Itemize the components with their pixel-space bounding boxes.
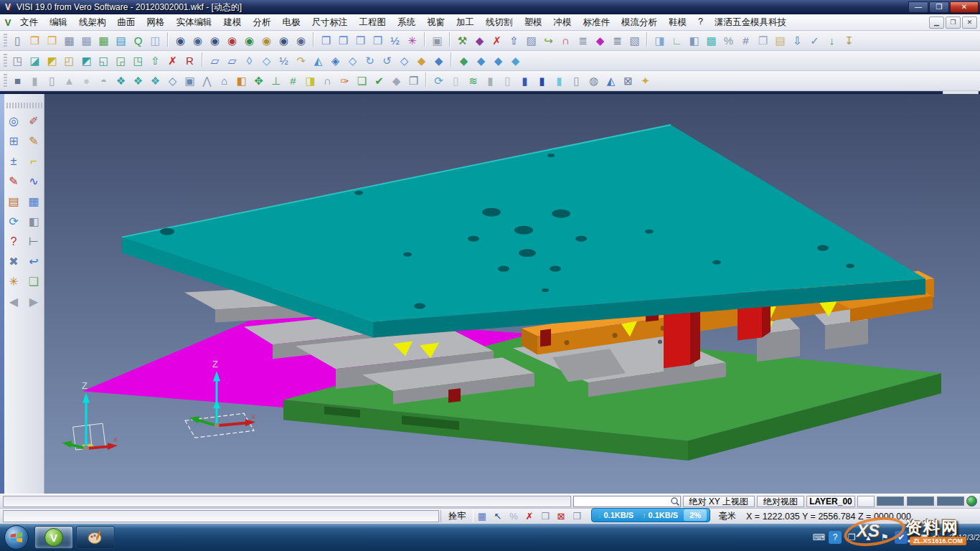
prim-cone[interactable]: ▲ <box>61 72 77 89</box>
mdi-close-button[interactable]: ✕ <box>962 17 977 29</box>
menu-item-2[interactable]: 线架构 <box>73 14 112 31</box>
grid-pane[interactable]: ▦ <box>25 192 43 210</box>
close-button[interactable]: ✕ <box>950 1 979 13</box>
percent-tool[interactable]: % <box>720 32 737 49</box>
toolbar-grip[interactable] <box>4 74 7 88</box>
menu-item-17[interactable]: 标准件 <box>578 14 616 31</box>
solid-delete[interactable]: ✗ <box>164 52 181 69</box>
face-sweep[interactable]: ↷ <box>293 52 309 69</box>
menu-item-4[interactable]: 网格 <box>141 14 171 31</box>
active-layer-button[interactable]: LAYER_00 <box>806 496 855 507</box>
save-as[interactable]: ▦ <box>78 32 95 49</box>
face-plane-1[interactable]: ▱ <box>207 52 223 69</box>
sketch-prism[interactable]: ⋀ <box>199 72 215 89</box>
menu-item-10[interactable]: 工程图 <box>354 14 392 31</box>
delete-entity[interactable]: ✗ <box>522 510 537 523</box>
menu-item-5[interactable]: 实体编辑 <box>171 14 218 31</box>
menu-item-19[interactable]: 鞋模 <box>663 14 692 31</box>
drop-cube-1[interactable]: ❖ <box>113 72 129 89</box>
zoom-select[interactable]: ◎ <box>5 112 23 130</box>
shaded-cube[interactable]: ◧ <box>25 212 43 230</box>
cyl-wire[interactable]: ◍ <box>585 72 602 89</box>
import-down[interactable]: ↓ <box>824 32 840 49</box>
face-cube[interactable]: ◆ <box>430 52 447 69</box>
cyl-short[interactable]: ▯ <box>499 72 516 89</box>
drop-cube-2[interactable]: ❖ <box>130 72 146 89</box>
save-all[interactable]: ▦ <box>95 32 112 49</box>
notes-pad[interactable]: ❑ <box>25 273 43 291</box>
sheet-stack-2[interactable]: ≣ <box>609 32 626 49</box>
taskbar-paint-button[interactable] <box>76 526 115 549</box>
solid-face-teal[interactable]: ◩ <box>78 52 95 69</box>
solid-bend[interactable]: ◰ <box>61 52 77 69</box>
box-orange-top[interactable]: ◧ <box>233 72 250 89</box>
frame-select[interactable]: ⊞ <box>5 132 23 150</box>
cyl-cyan[interactable]: ▮ <box>551 72 567 89</box>
pour-can[interactable]: ◨ <box>651 32 668 49</box>
solid-rename-r[interactable]: R <box>182 52 198 69</box>
measure-dim[interactable]: ⊢ <box>25 232 43 250</box>
color-swatch-3[interactable] <box>937 496 964 506</box>
title-bar[interactable]: V VISI 19.0 from Vero Software - 2012030… <box>0 0 980 14</box>
copy-doc[interactable]: ❐ <box>755 32 771 49</box>
cyl-refresh[interactable]: ⟳ <box>430 72 447 89</box>
profile-yellow[interactable]: ⌐ <box>25 152 43 170</box>
layer-page-swap[interactable]: ❐ <box>369 32 386 49</box>
minimize-button[interactable]: — <box>908 1 928 13</box>
face-net[interactable]: ◈ <box>327 52 344 69</box>
uv-flip[interactable]: ◆ <box>490 52 507 69</box>
lift-up[interactable]: ⇧ <box>506 32 522 49</box>
network-speed-widget[interactable]: ↓ 0.1KB/S ↑ 0.1KB/S 2% <box>591 508 710 522</box>
box-hatch[interactable]: ▧ <box>626 32 643 49</box>
face-mesh[interactable]: ◇ <box>258 52 275 69</box>
doc-settings[interactable]: ▨ <box>523 32 540 49</box>
erase-layers[interactable]: ▤ <box>5 192 23 210</box>
mdi-minimize-button[interactable]: ▁ <box>929 17 944 29</box>
face-offset[interactable]: ◇ <box>344 52 361 69</box>
corner-block[interactable]: ∟ <box>669 32 685 49</box>
stool-green[interactable]: ⊥ <box>268 72 284 89</box>
menu-item-0[interactable]: 文件 <box>14 14 44 31</box>
hand-orange[interactable]: ✑ <box>336 72 353 89</box>
gem-purple[interactable]: ◆ <box>471 32 488 49</box>
view-refresh[interactable]: ◉ <box>241 32 258 49</box>
help-icon[interactable]: ? <box>829 531 842 544</box>
cyl-tall[interactable]: ▮ <box>482 72 499 89</box>
paste-board[interactable]: ▤ <box>772 32 788 49</box>
boxes-pair[interactable]: ❐ <box>405 72 422 89</box>
uv-direction[interactable]: ◆ <box>507 52 524 69</box>
view-hide[interactable]: ◉ <box>293 32 309 49</box>
new-document[interactable]: ▯ <box>9 32 26 49</box>
face-flag[interactable]: ◭ <box>310 52 326 69</box>
menu-item-7[interactable]: 分析 <box>248 14 277 31</box>
print[interactable]: ▤ <box>113 32 129 49</box>
menu-item-21[interactable]: 潇洒五金模具科技 <box>709 14 792 31</box>
cyl-cut[interactable]: ⊠ <box>620 72 636 89</box>
color-swatch-1[interactable] <box>877 496 904 506</box>
face-drape[interactable]: ◊ <box>241 52 258 69</box>
menu-item-18[interactable]: 模流分析 <box>616 14 663 31</box>
split-window[interactable]: ◫ <box>147 32 164 49</box>
box-delete[interactable]: ⊠ <box>554 510 568 523</box>
menu-item-14[interactable]: 线切割 <box>480 14 519 31</box>
view-minus-plus[interactable]: ◉ <box>258 32 275 49</box>
menu-item-15[interactable]: 塑模 <box>519 14 548 31</box>
toolbar-grip[interactable] <box>4 54 7 68</box>
restore-button[interactable]: ❐ <box>929 1 949 13</box>
face-hand[interactable]: ◆ <box>413 52 430 69</box>
face-tile[interactable]: ◇ <box>396 52 413 69</box>
magic-select[interactable]: ✦ <box>637 72 654 89</box>
arch-block[interactable]: ∩ <box>319 72 336 89</box>
hand-small[interactable]: ◆ <box>388 72 405 89</box>
graphics-viewport[interactable]: Z X Z X <box>44 94 980 494</box>
boxes-stack[interactable]: ❏ <box>354 72 370 89</box>
sheet-stack[interactable]: ≣ <box>575 32 591 49</box>
box-cyan[interactable]: ▩ <box>703 32 720 49</box>
cyl-stripes[interactable]: ≋ <box>465 72 481 89</box>
menu-item-6[interactable]: 建模 <box>218 14 248 31</box>
drop-cube-3[interactable]: ❖ <box>147 72 164 89</box>
export-mail[interactable]: ↧ <box>841 32 857 49</box>
view-plus[interactable]: ◉ <box>275 32 292 49</box>
view-mode-button[interactable]: 绝对 XY 上视图 <box>683 496 755 507</box>
solid-pick-face[interactable]: ◱ <box>95 52 112 69</box>
